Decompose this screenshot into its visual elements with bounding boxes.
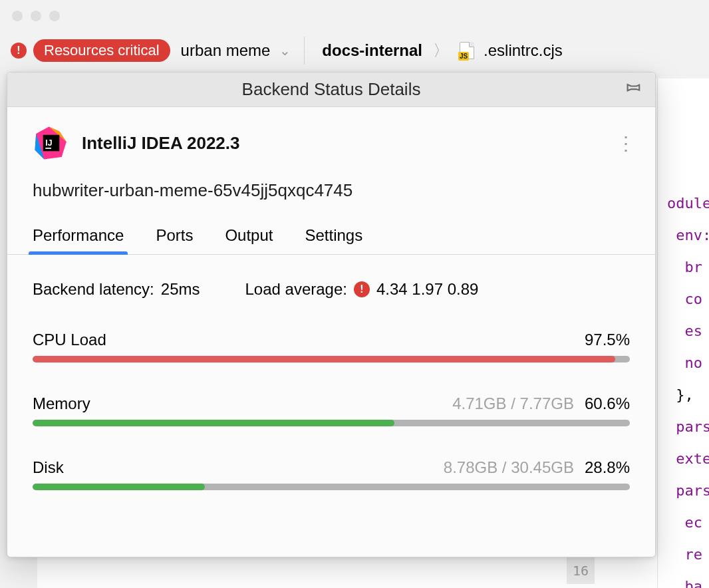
- error-icon[interactable]: !: [11, 43, 27, 59]
- traffic-light-zoom[interactable]: [49, 11, 60, 21]
- memory-bar: [33, 420, 630, 426]
- disk-metric: Disk 8.78GB / 30.45GB 28.8%: [33, 458, 630, 490]
- code-line: co: [663, 283, 709, 315]
- performance-panel: Backend latency: 25ms Load average: ! 4.…: [7, 255, 655, 490]
- svg-rect-5: [45, 148, 51, 149]
- disk-bar-fill: [33, 484, 205, 490]
- cpu-metric: CPU Load 97.5%: [33, 331, 630, 363]
- code-line: pars: [663, 411, 709, 443]
- product-row: IJ IntelliJ IDEA 2022.3 ⋮: [7, 107, 655, 168]
- popup-title: Backend Status Details: [242, 79, 421, 100]
- code-line: pars: [663, 475, 709, 507]
- tab-ports[interactable]: Ports: [156, 226, 193, 254]
- code-line: ec: [663, 507, 709, 539]
- popup-tabs: Performance Ports Output Settings: [7, 206, 655, 255]
- disk-label: Disk: [33, 458, 444, 477]
- project-name[interactable]: urban meme: [181, 41, 271, 60]
- code-line: no: [663, 347, 709, 379]
- svg-text:IJ: IJ: [45, 138, 52, 148]
- memory-bar-fill: [33, 420, 394, 426]
- code-line: },: [663, 379, 709, 411]
- cpu-label: CPU Load: [33, 331, 585, 349]
- backend-status-popup: Backend Status Details IJ IntelliJ IDEA …: [7, 72, 656, 557]
- gutter-line-number: 16: [567, 557, 595, 584]
- intellij-logo-icon: IJ: [33, 124, 70, 162]
- code-line: exte: [663, 443, 709, 475]
- tab-settings[interactable]: Settings: [305, 226, 362, 254]
- memory-sub: 4.71GB / 7.77GB: [452, 394, 574, 413]
- window-titlebar: [0, 0, 709, 32]
- editor-code-sliver: odule env: br co es no }, pars exte pars…: [657, 78, 709, 588]
- breadcrumb-file[interactable]: .eslintrc.cjs: [484, 41, 563, 60]
- memory-label: Memory: [33, 394, 452, 413]
- tab-performance[interactable]: Performance: [33, 226, 124, 254]
- popup-header: Backend Status Details: [7, 73, 655, 107]
- cpu-bar-fill: [33, 356, 615, 363]
- load-label: Load average:: [245, 280, 347, 299]
- js-file-icon: JS: [460, 42, 474, 59]
- code-line: env:: [663, 220, 709, 251]
- breadcrumb-separator: 〉: [433, 40, 449, 61]
- code-line: ba: [663, 571, 709, 588]
- latency-load-row: Backend latency: 25ms Load average: ! 4.…: [33, 280, 630, 299]
- latency-label: Backend latency:: [33, 280, 154, 299]
- disk-sub: 8.78GB / 30.45GB: [444, 458, 574, 477]
- load-values: 4.34 1.97 0.89: [376, 280, 478, 299]
- toolbar-separator: [304, 37, 305, 65]
- traffic-light-minimize[interactable]: [31, 11, 41, 21]
- top-toolbar: ! Resources critical urban meme ⌄ docs-i…: [0, 32, 709, 69]
- instance-id: hubwriter-urban-meme-65v45jj5qxqc4745: [7, 168, 655, 206]
- traffic-light-close[interactable]: [12, 11, 23, 21]
- product-name: IntelliJ IDEA 2022.3: [82, 133, 605, 154]
- chevron-down-icon[interactable]: ⌄: [279, 43, 291, 59]
- latency-value: 25ms: [161, 280, 200, 299]
- pin-icon[interactable]: [625, 78, 642, 100]
- cpu-bar: [33, 356, 630, 363]
- warning-icon: !: [354, 281, 370, 297]
- code-line: odule: [663, 188, 709, 220]
- memory-metric: Memory 4.71GB / 7.77GB 60.6%: [33, 394, 630, 426]
- memory-percent: 60.6%: [585, 394, 630, 413]
- code-line: br: [663, 251, 709, 283]
- code-line: es: [663, 315, 709, 347]
- breadcrumb-root[interactable]: docs-internal: [322, 41, 422, 60]
- kebab-menu-icon[interactable]: ⋮: [617, 132, 630, 154]
- tab-output[interactable]: Output: [225, 226, 273, 254]
- disk-percent: 28.8%: [585, 458, 630, 477]
- resources-critical-badge[interactable]: Resources critical: [33, 39, 170, 62]
- disk-bar: [33, 484, 630, 490]
- cpu-percent: 97.5%: [585, 331, 630, 349]
- code-line: re: [663, 539, 709, 571]
